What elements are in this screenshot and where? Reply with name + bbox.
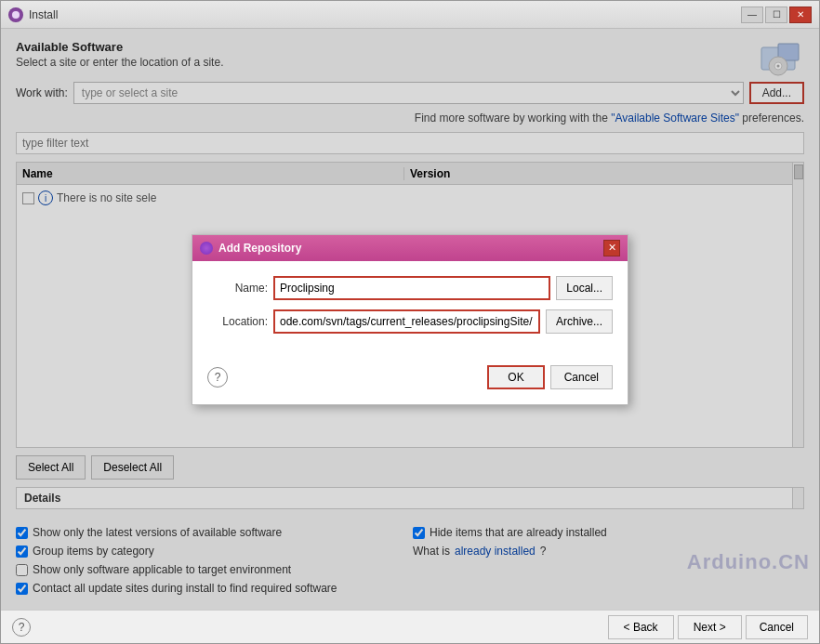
back-button[interactable]: < Back (608, 615, 674, 639)
modal-cancel-button[interactable]: Cancel (550, 365, 613, 389)
help-icon[interactable]: ? (12, 618, 31, 637)
ok-button[interactable]: OK (487, 365, 544, 389)
cancel-button[interactable]: Cancel (746, 615, 808, 639)
modal-title: Add Repository (218, 242, 301, 255)
modal-app-icon (200, 242, 213, 255)
svg-point-0 (12, 11, 20, 19)
name-input[interactable] (273, 276, 550, 300)
titlebar: Install — ☐ ✕ (1, 1, 819, 29)
footer-buttons: < Back Next > Cancel (608, 615, 808, 639)
modal-titlebar-left: Add Repository (200, 242, 301, 255)
location-field-row: Location: Archive... (207, 309, 613, 334)
local-button[interactable]: Local... (556, 276, 613, 300)
footer: ? < Back Next > Cancel (1, 610, 819, 643)
window-title: Install (29, 8, 58, 21)
modal-body: Name: Local... Location: Archive... (192, 261, 628, 358)
window-controls: — ☐ ✕ (741, 7, 812, 23)
close-button[interactable]: ✕ (789, 7, 812, 23)
maximize-button[interactable]: ☐ (765, 7, 787, 23)
modal-help-icon[interactable]: ? (207, 367, 228, 388)
name-field-row: Name: Local... (207, 276, 613, 300)
modal-footer: ? OK Cancel (192, 358, 628, 404)
next-button[interactable]: Next > (678, 615, 742, 639)
modal-overlay: Add Repository ✕ Name: Local... Location… (1, 29, 819, 610)
location-label: Location: (207, 315, 268, 328)
add-repository-modal: Add Repository ✕ Name: Local... Location… (192, 234, 628, 405)
modal-titlebar: Add Repository ✕ (192, 235, 628, 261)
location-input[interactable] (273, 309, 540, 334)
archive-button[interactable]: Archive... (546, 309, 613, 334)
main-content: Available Software Select a site or ente… (1, 29, 819, 610)
app-icon (8, 7, 23, 22)
modal-action-buttons: OK Cancel (487, 365, 613, 389)
main-window: Install — ☐ ✕ Available Software Select … (0, 0, 820, 644)
modal-close-button[interactable]: ✕ (603, 240, 620, 256)
minimize-button[interactable]: — (741, 7, 763, 23)
name-label: Name: (207, 282, 268, 295)
titlebar-left: Install (8, 7, 58, 22)
footer-left: ? (12, 618, 31, 637)
